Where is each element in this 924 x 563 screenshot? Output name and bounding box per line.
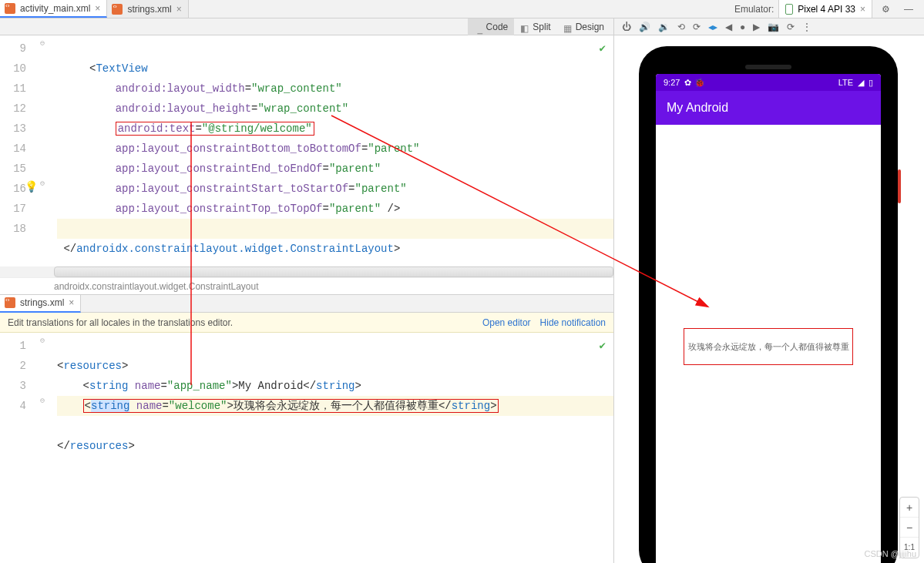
gutter: 9 10 11 12 13 14 15 16 17 18 xyxy=(0,35,37,266)
line-no: 13 xyxy=(0,119,26,139)
tab-device[interactable]: Pixel 4 API 33 × xyxy=(778,0,872,18)
rotate-right-icon[interactable]: ⟳ xyxy=(693,22,701,32)
lower-tab-bar: strings.xml × xyxy=(0,294,613,313)
power-icon[interactable]: ⏻ xyxy=(622,22,631,32)
tab-label: activity_main.xml xyxy=(20,3,90,14)
device-name: Pixel 4 API 33 xyxy=(798,4,855,15)
bulb-icon[interactable]: 💡 xyxy=(25,180,38,193)
mode-label: Code xyxy=(486,22,509,32)
translations-banner: Edit translations for all locales in the… xyxy=(0,313,613,333)
tag: string xyxy=(452,400,490,412)
mode-code-button[interactable]: Code xyxy=(468,18,515,35)
camera-icon[interactable]: 📷 xyxy=(768,22,779,32)
tag: resources xyxy=(63,360,122,372)
line-no: 12 xyxy=(0,99,26,119)
mode-split-button[interactable]: Split xyxy=(514,18,556,35)
code-area[interactable]: ✔ <TextView android:layout_width="wrap_c… xyxy=(54,35,613,266)
code-area[interactable]: ✔<resources> <string name="app_name">My … xyxy=(54,333,613,563)
gear-icon[interactable]: ⚙ xyxy=(877,4,895,15)
attr: app:layout_constraintEnd_toEndOf xyxy=(116,163,323,175)
breadcrumb[interactable]: androidx.constraintlayout.widget.Constra… xyxy=(0,277,613,294)
attr: name xyxy=(136,400,163,412)
clock: 9:27 xyxy=(664,78,680,87)
line-no: 9 xyxy=(0,39,26,59)
minimize-icon[interactable]: — xyxy=(899,4,918,15)
zoom-in-button[interactable]: + xyxy=(900,498,919,518)
str: "parent" xyxy=(329,163,381,175)
volume-down-icon[interactable]: 🔉 xyxy=(658,22,670,32)
tag: string xyxy=(316,380,354,392)
close-icon[interactable]: × xyxy=(69,297,74,308)
volume-up-icon[interactable]: 🔊 xyxy=(639,22,650,32)
close-icon[interactable]: × xyxy=(95,3,100,14)
power-button[interactable] xyxy=(898,169,901,203)
str: "wrap_content" xyxy=(257,102,348,115)
line-no: 15 xyxy=(0,159,26,179)
str: "parent" xyxy=(354,183,406,195)
emulator-stage: 9:27 ✿ 🐞 LTE ◢ ▯ My Android xyxy=(614,35,924,563)
hide-notification-link[interactable]: Hide notification xyxy=(540,317,606,328)
highlight-box: android:text="@string/welcome" xyxy=(116,122,314,136)
emulator-label: Emulator: xyxy=(734,4,774,15)
highlight-box: <string name="welcome">玫瑰将会永远绽放，每一个人都值得被… xyxy=(83,399,499,413)
editor-strings[interactable]: 1 2 3 4 ⊖ ⊖ ✔<resources> <string name="a… xyxy=(0,333,613,563)
fold-column: ⊖ ⊖ xyxy=(37,333,54,563)
tag: TextView xyxy=(96,62,147,75)
mode-design-button[interactable]: Design xyxy=(557,18,610,35)
reload-icon[interactable]: ⟳ xyxy=(787,22,795,32)
str: "wrap_content" xyxy=(251,82,342,95)
back-icon[interactable]: ◂▸ xyxy=(708,22,717,32)
attr: name xyxy=(135,380,161,392)
tab-activity-main[interactable]: activity_main.xml × xyxy=(0,0,107,18)
line-no: 2 xyxy=(0,356,26,376)
str: "welcome" xyxy=(169,400,227,412)
horizontal-scrollbar[interactable] xyxy=(54,266,613,277)
close-icon[interactable]: × xyxy=(860,4,865,15)
line-no: 14 xyxy=(0,139,26,159)
next-icon[interactable]: ▶ xyxy=(753,22,760,32)
device-frame: 9:27 ✿ 🐞 LTE ◢ ▯ My Android xyxy=(639,46,898,563)
rotate-left-icon[interactable]: ⟲ xyxy=(677,22,685,32)
line-no: 11 xyxy=(0,79,26,99)
text: 玫瑰将会永远绽放，每一个人都值得被尊重 xyxy=(234,400,438,412)
fold-column: ⊖ ⊖ 💡 xyxy=(37,35,54,266)
fold-icon[interactable]: ⊖ xyxy=(40,179,45,188)
mode-label: Design xyxy=(576,22,604,32)
app-title: My Android xyxy=(667,101,728,115)
record-icon[interactable]: ● xyxy=(740,22,745,32)
fold-icon[interactable]: ⊖ xyxy=(40,396,45,405)
open-editor-link[interactable]: Open editor xyxy=(482,317,531,328)
status-bar: 9:27 ✿ 🐞 LTE ◢ ▯ xyxy=(656,74,881,91)
close-icon[interactable]: × xyxy=(176,4,182,15)
banner-msg: Edit translations for all locales in the… xyxy=(8,317,233,328)
tag: resources xyxy=(70,440,129,452)
tab-strings[interactable]: strings.xml × xyxy=(107,0,188,18)
split-icon xyxy=(520,23,529,31)
editor-activity-main[interactable]: 9 10 11 12 13 14 15 16 17 18 ⊖ ⊖ 💡 ✔ <Te… xyxy=(0,35,613,266)
fold-icon[interactable]: ⊖ xyxy=(40,39,45,48)
check-icon: ✔ xyxy=(600,39,606,59)
attr: android:text xyxy=(118,122,196,135)
emulator-tab-segment: Emulator: Pixel 4 API 33 × ⚙ — xyxy=(728,0,924,18)
line-no: 1 xyxy=(0,336,26,356)
previous-icon[interactable]: ◀ xyxy=(725,22,732,32)
debug-icon: 🐞 xyxy=(694,78,705,88)
device-screen[interactable]: 9:27 ✿ 🐞 LTE ◢ ▯ My Android xyxy=(656,74,881,563)
code-icon xyxy=(474,23,483,31)
app-bar: My Android xyxy=(656,91,881,125)
watermark: CSDN @jijihu xyxy=(865,549,916,558)
highlight-box xyxy=(684,328,853,365)
mode-label: Split xyxy=(533,22,550,32)
tab-strings-lower[interactable]: strings.xml × xyxy=(0,295,81,313)
zoom-out-button[interactable]: − xyxy=(900,518,919,538)
check-icon: ✔ xyxy=(600,336,606,356)
emulator-toolbar: ⏻ 🔊 🔉 ⟲ ⟳ ◂▸ ◀ ● ▶ 📷 ⟳ ⋮ xyxy=(614,18,924,35)
str: "@string/welcome" xyxy=(202,122,312,135)
more-icon[interactable]: ⋮ xyxy=(802,22,811,32)
tab-label: strings.xml xyxy=(20,297,64,308)
top-tab-bar: activity_main.xml × strings.xml × Emulat… xyxy=(0,0,924,18)
punc: /> xyxy=(381,203,400,215)
line-no: 18 xyxy=(0,219,26,239)
fold-icon[interactable]: ⊖ xyxy=(40,336,45,345)
xml-icon xyxy=(5,297,15,308)
